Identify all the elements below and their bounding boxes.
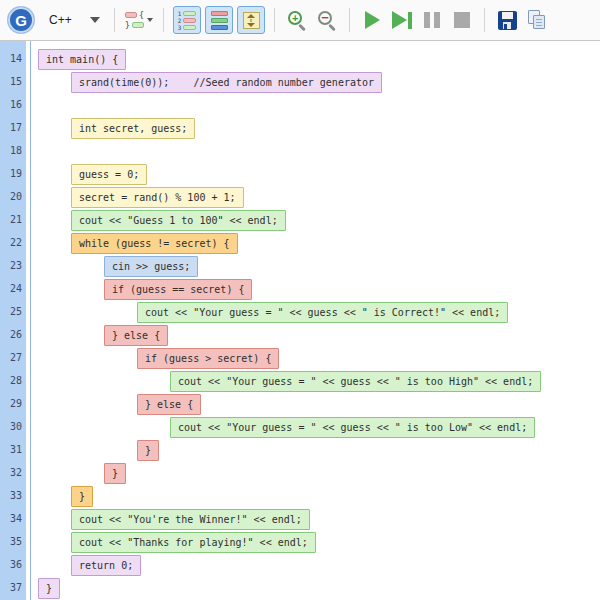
chevron-down-icon: [147, 18, 153, 22]
toggle-numbered-blocks-button[interactable]: 1 2 3: [173, 6, 201, 34]
code-line-box[interactable]: int secret, guess;: [71, 118, 195, 139]
code-line-box[interactable]: } else {: [137, 394, 201, 415]
line-number: 35: [0, 536, 22, 547]
numbered-blocks-icon: 1 2 3: [178, 11, 197, 30]
code-row: 14int main() {: [0, 48, 600, 71]
step-forward-icon: [392, 11, 412, 29]
line-number: 36: [0, 559, 22, 570]
line-number: 37: [0, 582, 22, 593]
line-number: 23: [0, 260, 22, 271]
line-number: 16: [0, 99, 22, 110]
toolbar-separator: [114, 8, 115, 32]
line-number: 27: [0, 352, 22, 363]
code-line-box[interactable]: guess = 0;: [71, 164, 147, 185]
stop-button[interactable]: [449, 5, 475, 35]
code-row: 27if (guess > secret) {: [0, 347, 600, 370]
language-label: C++: [49, 13, 72, 27]
language-dropdown[interactable]: C++: [44, 5, 105, 35]
code-row: 19guess = 0;: [0, 163, 600, 186]
line-number: 33: [0, 490, 22, 501]
save-icon: [498, 11, 517, 30]
line-number: 31: [0, 444, 22, 455]
code-line-box[interactable]: secret = rand() % 100 + 1;: [71, 187, 244, 208]
code-row: 28cout << "Your guess = " << guess << " …: [0, 370, 600, 393]
code-row: 17int secret, guess;: [0, 117, 600, 140]
code-line-box[interactable]: cout << "Your guess = " << guess << " is…: [137, 302, 508, 323]
code-line-box[interactable]: } else {: [104, 325, 168, 346]
chevron-down-icon: [90, 17, 100, 23]
code-blocks-icon: { }: [125, 12, 144, 29]
code-row: 21cout << "Guess 1 to 100" << endl;: [0, 209, 600, 232]
line-number: 19: [0, 168, 22, 179]
toolbar-separator: [274, 8, 275, 32]
toggle-fit-height-button[interactable]: [237, 6, 265, 34]
toolbar-separator: [484, 8, 485, 32]
code-line-box[interactable]: while (guess != secret) {: [71, 233, 238, 254]
code-row: 35cout << "Thanks for playing!" << endl;: [0, 531, 600, 554]
code-row: 33}: [0, 485, 600, 508]
code-row: 15srand(time(0)); //Seed random number g…: [0, 71, 600, 94]
code-line-box[interactable]: if (guess > secret) {: [137, 348, 279, 369]
step-forward-button[interactable]: [389, 5, 415, 35]
code-line-box[interactable]: return 0;: [71, 555, 141, 576]
line-number: 25: [0, 306, 22, 317]
code-line-box[interactable]: }: [137, 440, 159, 461]
line-number: 22: [0, 237, 22, 248]
code-row: 30cout << "Your guess = " << guess << " …: [0, 416, 600, 439]
line-number: 29: [0, 398, 22, 409]
line-number: 14: [0, 53, 22, 64]
line-number: 30: [0, 421, 22, 432]
line-number: 34: [0, 513, 22, 524]
line-number: 18: [0, 145, 22, 156]
app-logo-icon: G: [8, 7, 34, 33]
code-line-box[interactable]: cin >> guess;: [104, 256, 198, 277]
code-rows: 14int main() {15srand(time(0)); //Seed r…: [0, 48, 600, 600]
line-number: 17: [0, 122, 22, 133]
copy-icon: [527, 10, 547, 30]
code-line-box[interactable]: cout << "Your guess = " << guess << " is…: [170, 417, 535, 438]
code-line-box[interactable]: cout << "Your guess = " << guess << " is…: [170, 371, 541, 392]
code-row: 24if (guess == secret) {: [0, 278, 600, 301]
code-row: 20secret = rand() % 100 + 1;: [0, 186, 600, 209]
code-row: 26} else {: [0, 324, 600, 347]
code-line-box[interactable]: if (guess == secret) {: [104, 279, 252, 300]
code-row: 18: [0, 140, 600, 163]
line-number: 28: [0, 375, 22, 386]
code-editor: 14int main() {15srand(time(0)); //Seed r…: [0, 41, 600, 600]
line-number: 21: [0, 214, 22, 225]
code-line-box[interactable]: cout << "Thanks for playing!" << endl;: [71, 532, 316, 553]
code-row: 22while (guess != secret) {: [0, 232, 600, 255]
code-line-box[interactable]: }: [71, 486, 93, 507]
pause-icon: [424, 12, 440, 28]
play-icon: [365, 11, 380, 29]
copy-button[interactable]: [524, 5, 550, 35]
block-style-menu-button[interactable]: { }: [124, 5, 154, 35]
save-button[interactable]: [494, 5, 520, 35]
code-line-box[interactable]: }: [38, 578, 60, 599]
code-line-box[interactable]: srand(time(0)); //Seed random number gen…: [71, 72, 382, 93]
pause-button[interactable]: [419, 5, 445, 35]
code-row: 29} else {: [0, 393, 600, 416]
toolbar-separator: [349, 8, 350, 32]
code-line-box[interactable]: cout << "Guess 1 to 100" << endl;: [71, 210, 286, 231]
zoom-out-icon: −: [317, 10, 337, 30]
code-row: 23cin >> guess;: [0, 255, 600, 278]
zoom-in-icon: +: [287, 10, 307, 30]
toggle-full-width-blocks-button[interactable]: [205, 6, 233, 34]
code-line-box[interactable]: int main() {: [38, 49, 126, 70]
line-number: 26: [0, 329, 22, 340]
line-number: 20: [0, 191, 22, 202]
code-row: 31}: [0, 439, 600, 462]
run-button[interactable]: [359, 5, 385, 35]
toolbar-separator: [163, 8, 164, 32]
expand-vertical-icon: [243, 12, 260, 29]
code-line-box[interactable]: }: [104, 463, 126, 484]
code-row: 32}: [0, 462, 600, 485]
toolbar: G C++ { } 1 2 3 + −: [0, 0, 600, 41]
code-line-box[interactable]: cout << "You're the Winner!" << endl;: [71, 509, 310, 530]
code-row: 37}: [0, 577, 600, 600]
zoom-out-button[interactable]: −: [314, 5, 340, 35]
code-row: 36return 0;: [0, 554, 600, 577]
code-row: 34cout << "You're the Winner!" << endl;: [0, 508, 600, 531]
zoom-in-button[interactable]: +: [284, 5, 310, 35]
